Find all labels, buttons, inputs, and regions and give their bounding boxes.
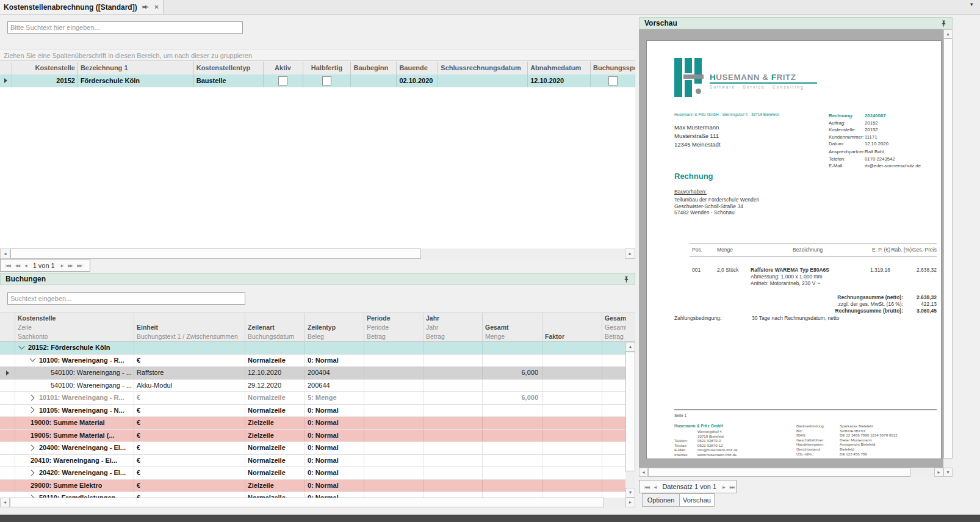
record-pager-next-icon[interactable]: ▶ <box>722 485 725 489</box>
scroll-right-icon[interactable]: ▸ <box>934 468 943 477</box>
buchungen-row[interactable]: 19005: Summe Material (...€Zielzeile0: N… <box>0 430 635 443</box>
pager-next-icon[interactable]: ▶▶| <box>77 263 82 267</box>
buchungen-row[interactable]: 540100: Wareneingang - ...Akku-Modul29.1… <box>0 380 635 393</box>
scroll-right-icon[interactable]: ▸ <box>625 498 635 507</box>
row-indicator-arrow-icon <box>6 371 9 375</box>
pin-icon[interactable] <box>622 275 630 283</box>
cell-gesamt-betrag <box>602 380 626 392</box>
buchungen-row[interactable]: 10105: Wareneingang - N...€Normalzeile0:… <box>0 405 635 418</box>
collapse-icon[interactable] <box>18 344 26 352</box>
column-header[interactable]: EinheitBuchungstext 1 / Zwischensummen <box>134 313 245 341</box>
buchungen-row[interactable]: 540100: Wareneingang - ...Raffstore12.10… <box>0 367 635 380</box>
scroll-thumb[interactable] <box>10 248 421 259</box>
buchungen-row[interactable]: 19000: Summe Material€Zielzeile0: Normal <box>0 417 635 430</box>
buchungen-search-input[interactable] <box>7 292 245 305</box>
tab-optionen[interactable]: Optionen <box>642 493 679 507</box>
unpin-icon[interactable] <box>142 3 149 12</box>
close-icon[interactable]: ✕ <box>154 3 159 12</box>
scroll-up-icon[interactable]: ▴ <box>943 29 953 38</box>
buchungen-hscrollbar[interactable]: ◂ ▸ <box>0 498 635 507</box>
column-header[interactable]: JahrJahrBetrag <box>423 313 483 341</box>
buchungen-row[interactable]: 10101: Wareneingang - R...€Normalzeile5:… <box>0 392 635 405</box>
column-header[interactable]: Kostenstelle <box>12 62 78 74</box>
total-label: Rechnungssumme (brutto): <box>763 308 903 314</box>
pager-next-icon[interactable]: ▶ <box>61 263 63 267</box>
scroll-thumb[interactable] <box>625 352 635 471</box>
cell-einheit: € <box>134 492 245 498</box>
column-header[interactable]: Aktiv <box>264 62 303 74</box>
buchungen-panel-header: Buchungen <box>0 273 635 285</box>
column-header[interactable]: Schlussrechnungsdatum <box>438 62 528 74</box>
buchungen-row[interactable]: 20400: Wareneingang - El...€Normalzeile0… <box>0 442 635 455</box>
kostenstellen-search-input[interactable] <box>7 21 243 34</box>
collapse-icon[interactable] <box>29 356 37 364</box>
column-header[interactable]: ZeilentypBeleg <box>305 313 364 341</box>
pager-prev-icon[interactable]: ◀ <box>24 263 27 267</box>
scroll-up-icon[interactable]: ▴ <box>625 342 635 352</box>
cell-faktor <box>542 405 602 417</box>
buchungen-row[interactable]: 20410: Wareneingang - Ei...€Normalzeile0… <box>0 455 635 468</box>
pin-icon[interactable] <box>940 20 947 27</box>
tab-vorschau[interactable]: Vorschau <box>679 493 715 507</box>
cell-kostenstelle-text: 29000: Summe Elektro <box>29 480 102 491</box>
cell-gesamt-menge <box>483 480 542 492</box>
cell-jahr-betrag <box>423 480 483 492</box>
footer-company-name: Husemann & Fritz GmbH <box>674 424 723 428</box>
pager-prev-icon[interactable]: |◀◀ <box>5 263 10 267</box>
preview-hscrollbar[interactable]: ◂ ▸ <box>639 468 943 477</box>
record-pager-next-icon[interactable]: ▶▶| <box>730 485 735 489</box>
buchungen-row[interactable]: 10100: Wareneingang - R...€Normalzeile0:… <box>0 355 635 368</box>
buchungen-row[interactable]: 29000: Summe Elektro€Zielzeile0: Normal <box>0 480 635 493</box>
buchungssperre-checkbox[interactable] <box>608 76 618 85</box>
scroll-down-icon[interactable]: ▾ <box>625 488 635 498</box>
expand-icon[interactable] <box>29 394 37 402</box>
expand-icon[interactable] <box>29 444 37 452</box>
kostenstellen-hscrollbar[interactable]: ◂ ▸ <box>0 248 635 259</box>
scroll-right-icon[interactable]: ▸ <box>625 248 635 259</box>
pager-next-icon[interactable]: ▶▶ <box>68 263 72 267</box>
footer-row: Geschäftsführer:Dieter Mustermann <box>796 438 898 443</box>
expand-icon[interactable] <box>29 406 37 415</box>
column-header[interactable]: PeriodePeriodeBetrag <box>364 313 423 341</box>
column-header[interactable]: Bezeichnung 1 <box>78 62 194 74</box>
cell-faktor <box>542 392 602 404</box>
tab-kostenstellenabrechnung[interactable]: Kostenstellenabrechnung ([Standard]) ✕ <box>0 0 164 14</box>
buchungen-row[interactable]: 50110: Fremdleistungen€Normalzeile0: Nor… <box>0 492 635 498</box>
column-header[interactable]: Faktor <box>542 313 602 341</box>
column-header[interactable]: Kostenstellentyp <box>194 62 264 74</box>
cell-aktiv <box>264 74 303 87</box>
footer-value: SPBIDE3BXXX <box>840 429 866 433</box>
column-header[interactable]: Bauende <box>397 62 438 74</box>
scroll-thumb[interactable] <box>10 498 604 507</box>
pager-prev-icon[interactable]: ◀◀ <box>15 263 20 267</box>
aktiv-checkbox[interactable] <box>278 76 287 85</box>
expand-icon[interactable] <box>29 469 37 477</box>
record-pager-prev-icon[interactable]: |◀◀ <box>644 485 649 489</box>
buchungen-row[interactable]: 20152: Förderschule Köln <box>0 342 635 355</box>
footer-label: Telefax: <box>674 443 697 448</box>
scroll-down-icon[interactable]: ▾ <box>943 468 953 477</box>
column-header[interactable]: GesamtGesamtBetrag <box>602 313 626 341</box>
buchungen-row[interactable]: 20420: Wareneingang - El...€Normalzeile0… <box>0 467 635 480</box>
column-header[interactable]: ZeilenartBuchungsdatum <box>245 313 305 341</box>
cell-zeilenart: Normalzeile <box>245 405 305 417</box>
preview-vscrollbar[interactable]: ▴ ▾ <box>943 29 953 477</box>
scroll-left-icon[interactable]: ◂ <box>0 498 10 507</box>
buchungen-vscrollbar[interactable]: ▴ ▾ <box>625 342 635 498</box>
column-header[interactable]: Abnahmedatum <box>528 62 591 74</box>
cell-gesamt-betrag <box>602 430 626 442</box>
column-header[interactable]: Halbfertig <box>303 62 351 74</box>
column-header[interactable]: GesamtMenge <box>483 313 542 341</box>
scroll-left-icon[interactable]: ◂ <box>639 468 648 477</box>
scroll-thumb[interactable] <box>648 468 910 477</box>
cell-kostenstelle: 29000: Summe Elektro <box>15 480 134 492</box>
halbfertig-checkbox[interactable] <box>322 76 331 85</box>
window-menu-chevron-icon[interactable]: ▾ <box>970 1 973 7</box>
scroll-left-icon[interactable]: ◂ <box>0 248 10 259</box>
kostenstellen-grid-row[interactable]: 20152 Förderschule Köln Baustelle 02.10.… <box>0 74 635 88</box>
column-header[interactable]: KostenstelleZeileSachkonto <box>15 313 134 341</box>
scroll-thumb[interactable] <box>943 38 953 459</box>
column-header[interactable]: Buchungsspe <box>591 62 635 74</box>
record-pager-prev-icon[interactable]: ◀ <box>654 485 657 489</box>
column-header[interactable]: Baubeginn <box>351 62 397 74</box>
